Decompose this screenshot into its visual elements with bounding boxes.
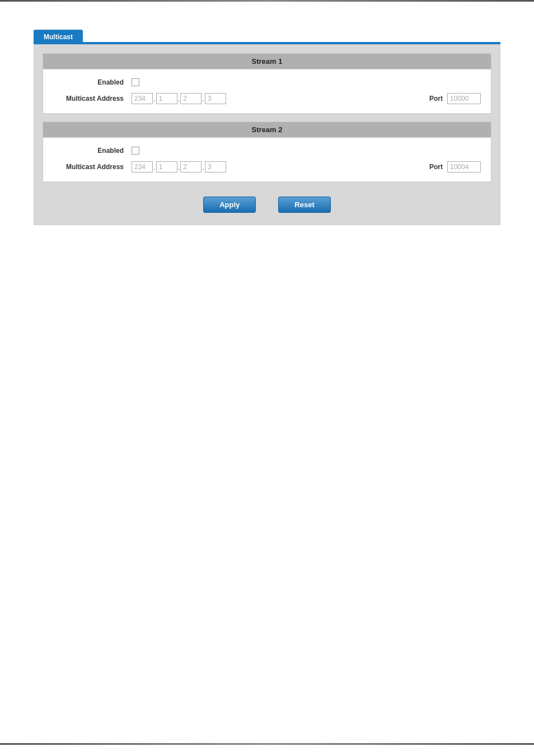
stream2-port-input[interactable] — [447, 161, 481, 172]
stream1-enabled-label: Enabled — [53, 78, 132, 86]
stream1-section: Stream 1 Enabled Multicast Address . — [43, 53, 491, 114]
bottom-border — [0, 743, 534, 745]
top-border — [0, 0, 534, 2]
stream1-port-label: Port — [429, 95, 443, 102]
stream1-ip-octet4[interactable] — [205, 93, 226, 104]
stream2-header: Stream 2 — [43, 122, 491, 138]
ip-sep6: . — [202, 163, 204, 171]
stream1-address-label: Multicast Address — [53, 95, 132, 102]
stream1-port-input[interactable] — [447, 93, 481, 104]
stream2-port-label: Port — [429, 163, 443, 171]
stream2-ip-octet3[interactable] — [180, 161, 202, 172]
ip-sep4: . — [153, 163, 156, 171]
reset-button[interactable]: Reset — [278, 197, 330, 213]
stream1-ip-octet2[interactable] — [156, 93, 177, 104]
stream2-ip-octet4[interactable] — [205, 161, 226, 172]
ip-sep1: . — [153, 95, 156, 103]
apply-button[interactable]: Apply — [203, 197, 256, 213]
main-panel: Stream 1 Enabled Multicast Address . — [34, 44, 500, 225]
stream2-ip-octet1[interactable] — [132, 161, 153, 172]
multicast-tab[interactable]: Multicast — [34, 30, 83, 44]
stream1-enabled-checkbox[interactable] — [132, 78, 139, 86]
stream2-enabled-label: Enabled — [53, 147, 132, 155]
stream1-ip-octet3[interactable] — [180, 93, 202, 104]
ip-sep3: . — [202, 95, 204, 103]
ip-sep5: . — [178, 163, 180, 171]
stream2-enabled-checkbox[interactable] — [132, 147, 139, 155]
stream2-ip-octet2[interactable] — [156, 161, 177, 172]
stream1-ip-octet1[interactable] — [132, 93, 153, 104]
ip-sep2: . — [178, 95, 180, 103]
stream2-section: Stream 2 Enabled Multicast Address . — [43, 122, 491, 182]
stream2-address-label: Multicast Address — [53, 163, 132, 171]
stream1-header: Stream 1 — [43, 54, 491, 69]
